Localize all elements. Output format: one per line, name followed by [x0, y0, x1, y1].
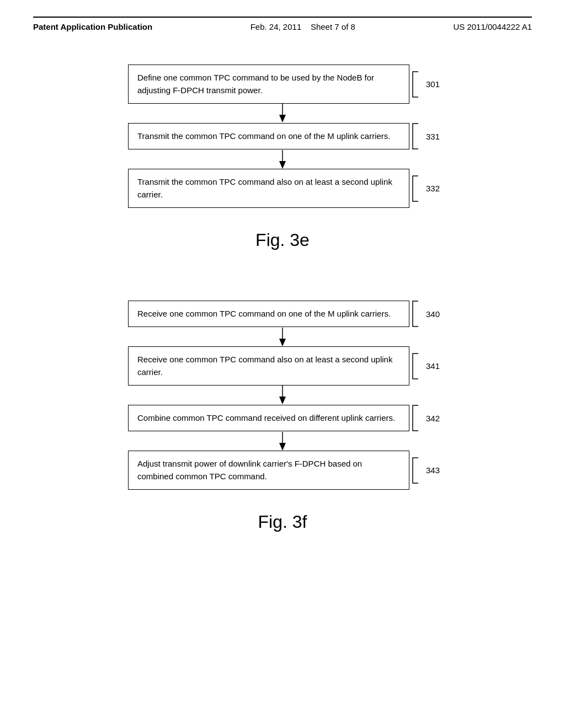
arrow-1	[128, 150, 437, 169]
step-box-340: Receive one common TPC command on one of…	[128, 301, 409, 328]
header-date: Feb. 24, 2011	[250, 22, 302, 31]
svg-marker-7	[279, 397, 286, 404]
step-box-343: Adjust transmit power of downlink carrie…	[128, 451, 409, 490]
svg-marker-5	[279, 339, 286, 346]
step-ref-340: 340	[409, 300, 437, 328]
step-num-342: 342	[426, 414, 440, 423]
arrow-2	[128, 432, 437, 451]
step-num-343: 343	[426, 465, 440, 475]
header-sheet: Sheet 7 of 8	[311, 22, 355, 31]
step-box-301: Define one common TPC command to be used…	[128, 65, 409, 104]
step-ref-332: 332	[409, 175, 437, 202]
flow-step-340: Receive one common TPC command on one of…	[128, 300, 437, 328]
step-num-332: 332	[426, 184, 440, 193]
step-box-341: Receive one common TPC command also on a…	[128, 346, 409, 386]
fig3e-flowchart: Define one common TPC command to be used…	[128, 65, 437, 208]
svg-marker-3	[279, 161, 286, 169]
step-num-331: 331	[426, 132, 440, 141]
step-ref-331: 331	[409, 122, 437, 150]
step-box-331: Transmit the common TPC command on one o…	[128, 123, 409, 150]
header-date-sheet: Feb. 24, 2011 Sheet 7 of 8	[250, 22, 355, 31]
fig3f-label: Fig. 3f	[258, 512, 307, 532]
header-publication: Patent Application Publication	[33, 22, 152, 31]
flow-step-301: Define one common TPC command to be used…	[128, 65, 437, 104]
header: Patent Application Publication Feb. 24, …	[33, 17, 532, 31]
step-ref-343: 343	[409, 457, 437, 484]
page: Patent Application Publication Feb. 24, …	[0, 0, 565, 728]
svg-marker-1	[279, 115, 286, 122]
arrow-1	[128, 386, 437, 404]
fig3f-flowchart: Receive one common TPC command on one of…	[128, 300, 437, 490]
step-ref-341: 341	[409, 352, 437, 380]
flow-step-331: Transmit the common TPC command on one o…	[128, 122, 437, 150]
svg-marker-9	[279, 443, 286, 451]
step-num-301: 301	[426, 79, 440, 89]
fig3f-section: Receive one common TPC command on one of…	[33, 300, 532, 560]
fig3e-section: Define one common TPC command to be used…	[33, 65, 532, 278]
header-patent-number: US 2011/0044222 A1	[453, 22, 532, 31]
step-num-341: 341	[426, 361, 440, 371]
fig3e-label: Fig. 3e	[255, 230, 310, 250]
step-ref-342: 342	[409, 404, 437, 432]
arrow-0	[128, 104, 437, 122]
step-ref-301: 301	[409, 71, 437, 98]
arrow-0	[128, 328, 437, 346]
flow-step-341: Receive one common TPC command also on a…	[128, 346, 437, 386]
step-box-332: Transmit the common TPC command also on …	[128, 169, 409, 208]
step-box-342: Combine common TPC command received on d…	[128, 405, 409, 432]
step-num-340: 340	[426, 309, 440, 319]
flow-step-343: Adjust transmit power of downlink carrie…	[128, 451, 437, 490]
flow-step-332: Transmit the common TPC command also on …	[128, 169, 437, 208]
flow-step-342: Combine common TPC command received on d…	[128, 404, 437, 432]
